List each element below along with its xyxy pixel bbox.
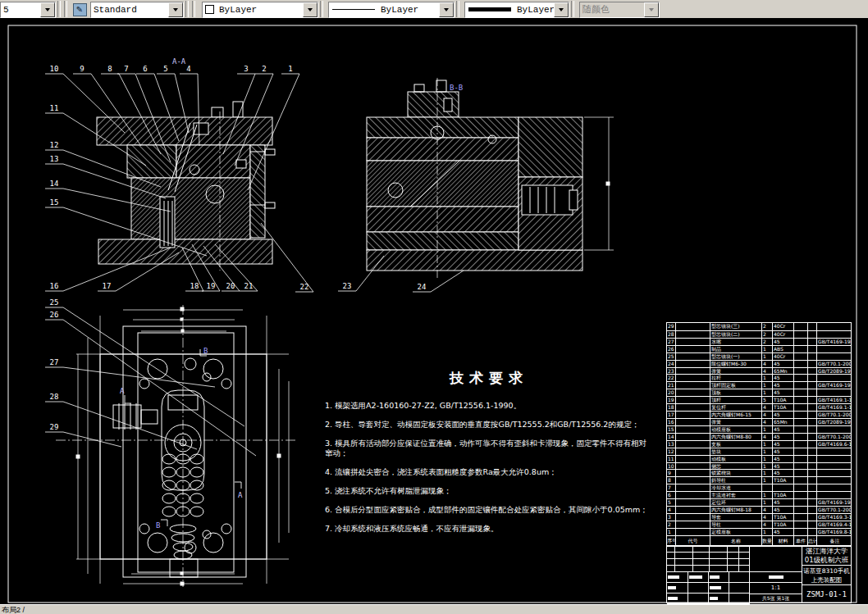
toolbar-separator <box>571 1 574 17</box>
parts-cell <box>676 484 710 491</box>
tech-item: 3. 模具所有活动部分应保证位置准确，动作可靠不得有歪斜和卡滞现象，固定零件不得… <box>325 439 653 458</box>
parts-cell <box>676 361 710 367</box>
callout-2: 2 <box>262 65 266 73</box>
parts-header-cell: 数量 <box>762 536 773 546</box>
parts-cell <box>817 492 851 498</box>
toolbar-separator <box>192 1 195 17</box>
parts-cell: T10A <box>773 404 794 411</box>
parts-cell <box>794 426 808 433</box>
callout-26: 26 <box>50 311 59 319</box>
parts-row: 23弹簧465MnGB/T2089-1994 <box>667 367 851 375</box>
parts-cell: GB/T2089-1994 <box>817 419 851 425</box>
parts-row: 9锁紧楔块145 <box>667 469 851 476</box>
parts-cell <box>817 470 851 476</box>
style-combo-value: Standard <box>91 5 168 15</box>
parts-cell: 内六角螺钉M8-18 <box>710 507 762 513</box>
parts-cell: 复位杆 <box>710 404 762 411</box>
parts-header-cell: 材料 <box>773 536 794 546</box>
tech-requirements: 技术要求 1. 模架选用A2-160160-27-Z2, GB/T12556.1… <box>325 369 653 543</box>
parts-header-cell: 总计 <box>808 536 817 546</box>
chevron-down-icon[interactable] <box>303 2 318 17</box>
parts-cell <box>794 323 808 330</box>
parts-row: 18复位杆4T10AGB/T4169.1-1984 <box>667 403 851 411</box>
style-combo[interactable]: Standard <box>90 2 184 18</box>
callout-3: 3 <box>244 65 248 73</box>
chevron-down-icon[interactable] <box>40 2 55 17</box>
parts-cell: 1 <box>762 470 773 476</box>
parts-cell: 冷却水道 <box>710 484 762 491</box>
label-b1: B <box>203 347 208 355</box>
parts-cell <box>808 448 817 455</box>
parts-cell: 3 <box>667 514 676 521</box>
parts-row: 11动模板145 <box>667 455 851 462</box>
parts-cell <box>808 507 817 513</box>
callout-12: 12 <box>50 141 59 149</box>
parts-cell: 1 <box>762 426 773 433</box>
parts-header-cell: 名称 <box>710 536 762 546</box>
parts-row: 21顶杆固定板145GB/T4169-1984 <box>667 381 851 389</box>
parts-cell: 内六角螺钉M6-15 <box>710 412 762 418</box>
parts-cell <box>808 361 817 367</box>
parts-cell <box>808 368 817 375</box>
parts-header-cell: 单件 <box>794 536 808 546</box>
color-swatch-icon <box>205 5 214 14</box>
parts-cell: 1 <box>762 456 773 462</box>
chevron-down-icon[interactable] <box>439 2 454 17</box>
parts-cell: 水嘴 <box>710 339 762 345</box>
parts-cell: 40Cr <box>773 323 794 330</box>
parts-cell: 拉杆 <box>710 375 762 381</box>
linetype-combo[interactable]: ByLayer <box>328 2 455 18</box>
layer-combo[interactable]: 5 <box>0 2 56 18</box>
parts-cell: 4 <box>762 521 773 528</box>
parts-cell: 29 <box>667 323 676 330</box>
chevron-down-icon[interactable] <box>554 2 569 17</box>
layout-tab[interactable]: 布局2 / <box>2 606 25 614</box>
parts-row: 5定位环145GB/T4169-1984 <box>667 498 851 506</box>
parts-cell: 型芯镶块(三) <box>710 323 762 330</box>
parts-cell <box>676 419 710 425</box>
parts-cell: 45 <box>773 375 794 381</box>
lineweight-combo-value: ByLayer <box>514 5 554 15</box>
parts-cell: 4 <box>667 507 676 513</box>
parts-cell: GB/T70.1-2000 <box>817 507 851 513</box>
lineweight-combo[interactable]: ByLayer <box>464 2 569 18</box>
parts-cell: 45 <box>773 434 794 440</box>
parts-cell: 45 <box>773 389 794 396</box>
parts-cell: 45 <box>773 529 794 535</box>
color-combo[interactable]: ByLayer <box>202 2 318 18</box>
parts-cell: 4 <box>762 404 773 411</box>
parts-cell: 65Mn <box>773 419 794 425</box>
tech-item: 1. 模架选用A2-160160-27-Z2, GB/T12556.1-1990… <box>325 401 653 411</box>
tech-item: 2. 导柱、导套对定、动模固定板安装面的垂直度按GB/T12555.2和GB/T… <box>325 420 653 430</box>
parts-cell <box>676 529 710 535</box>
parts-row: 12垫块145 <box>667 448 851 455</box>
toolbar-separator <box>185 1 189 17</box>
parts-cell: 18 <box>667 404 676 411</box>
parts-cell: 45 <box>773 448 794 455</box>
plotstyle-combo: 随颜色 <box>579 2 660 18</box>
parts-cell <box>794 419 808 425</box>
parts-cell: 导柱 <box>710 521 762 528</box>
parts-cell: 26 <box>667 346 676 352</box>
parts-cell: 限位螺钉M6-30 <box>710 361 762 367</box>
parts-cell <box>676 477 710 484</box>
callout-27: 27 <box>50 358 59 366</box>
chevron-down-icon[interactable] <box>168 2 183 17</box>
linetype-icon <box>332 9 375 10</box>
parts-cell <box>676 426 710 433</box>
parts-cell: 45 <box>773 412 794 418</box>
parts-cell <box>817 353 851 360</box>
callout-17: 17 <box>103 282 112 290</box>
title-block-right: 湛江海洋大学 01级机制六班 诺基亚8310手机 上壳装配图 ZSMJ-01-1 <box>802 546 851 603</box>
parts-cell: 1 <box>762 441 773 448</box>
parts-cell: 23 <box>667 368 676 375</box>
parts-row: 7冷却水道 <box>667 484 851 491</box>
parts-row: 14内六角螺钉M8-80445GB/T70.1-2000 <box>667 433 851 440</box>
parts-cell: 动模板 <box>710 456 762 462</box>
sheet-info: 共5张 第1张 <box>750 594 802 604</box>
text-style-icon[interactable]: ✎ <box>71 2 89 18</box>
parts-cell: T10A <box>773 521 794 528</box>
parts-cell <box>808 412 817 418</box>
parts-cell <box>676 441 710 448</box>
parts-cell: 顶杆固定板 <box>710 382 762 389</box>
